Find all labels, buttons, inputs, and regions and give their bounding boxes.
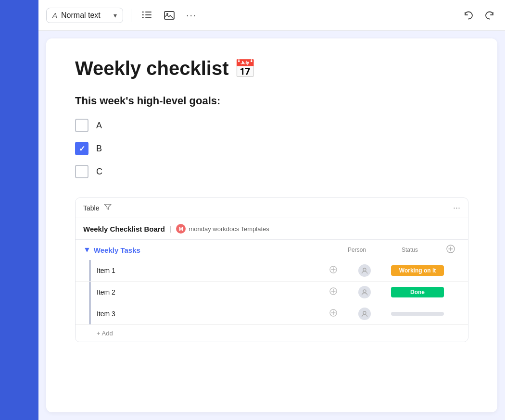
filter-icon[interactable] — [104, 204, 112, 212]
board-header: Weekly Checklist Board | M monday workdo… — [76, 218, 468, 240]
row-name-2: Item 2 — [97, 288, 324, 296]
person-cell-2[interactable] — [343, 286, 386, 298]
more-options-button[interactable]: ··· — [183, 7, 200, 24]
text-style-label: Normal text — [61, 11, 110, 20]
checklist-item-a: A — [75, 119, 468, 132]
status-cell-1[interactable]: Working on it — [386, 263, 449, 278]
person-cell-3[interactable] — [343, 308, 386, 320]
person-icon — [361, 267, 368, 274]
add-subitem-icon-3[interactable] — [324, 309, 343, 319]
title-text: Weekly checklist — [75, 58, 228, 79]
group-chevron-icon[interactable]: ▼ — [83, 246, 91, 254]
list-format-button[interactable] — [139, 8, 155, 23]
status-cell-3[interactable] — [386, 310, 449, 318]
add-col-header[interactable] — [441, 245, 460, 255]
calendar-emoji: 📅 — [234, 59, 256, 79]
table-more-icon[interactable]: ··· — [453, 203, 460, 213]
checkbox-a[interactable] — [75, 119, 88, 132]
checklist-item-b: B — [75, 142, 468, 155]
person-col-header: Person — [335, 247, 379, 253]
row-color-bar — [89, 282, 91, 303]
table-toolbar-left: Table — [83, 204, 112, 212]
undo-redo-group — [461, 8, 497, 23]
table-widget: Table ··· Weekly Checklist Board | — [75, 198, 468, 342]
svg-rect-4 — [142, 17, 144, 18]
status-badge-3 — [391, 312, 444, 316]
person-cell-1[interactable] — [343, 264, 386, 277]
person-avatar-2[interactable] — [358, 286, 371, 298]
table-label: Table — [83, 204, 99, 212]
redo-button[interactable] — [481, 8, 497, 23]
table-row: Item 2 — [76, 282, 468, 303]
row-name-1: Item 1 — [97, 267, 324, 274]
undo-button[interactable] — [461, 8, 477, 23]
status-col-header: Status — [379, 247, 441, 253]
person-icon — [361, 289, 368, 296]
svg-rect-3 — [145, 14, 152, 15]
board-title: Weekly Checklist Board — [83, 225, 165, 233]
svg-rect-0 — [142, 12, 144, 12]
undo-icon — [464, 11, 474, 20]
monday-badge: M monday workdocs Templates — [176, 224, 269, 234]
svg-point-10 — [363, 268, 366, 271]
checklist-label-c: C — [96, 167, 102, 177]
status-badge-2: Done — [391, 287, 444, 297]
monday-logo: M — [176, 224, 186, 234]
monday-source-text: monday workdocs Templates — [189, 225, 269, 233]
svg-point-12 — [363, 290, 366, 293]
image-insert-button[interactable] — [161, 8, 177, 23]
ellipsis-icon: ··· — [186, 10, 197, 21]
text-style-selector[interactable]: A Normal text ▾ — [46, 8, 123, 23]
document-area: Weekly checklist 📅 This week's high-leve… — [46, 38, 497, 412]
person-avatar-1[interactable] — [358, 264, 371, 277]
section-heading: This week's high-level goals: — [75, 95, 468, 107]
table-toolbar: Table ··· — [76, 198, 468, 218]
app-container: A Normal text ▾ — [0, 0, 505, 420]
redo-icon — [484, 11, 494, 20]
board-separator: | — [170, 225, 172, 233]
checkbox-c[interactable] — [75, 165, 88, 178]
status-badge-1: Working on it — [391, 265, 444, 276]
left-sidebar — [0, 0, 38, 420]
document-title: Weekly checklist 📅 — [75, 58, 468, 79]
list-icon — [142, 11, 152, 20]
svg-rect-2 — [142, 14, 144, 15]
image-icon — [164, 11, 175, 20]
row-color-bar — [89, 260, 91, 281]
person-avatar-3[interactable] — [358, 308, 371, 320]
svg-point-14 — [363, 311, 366, 314]
person-icon — [361, 310, 368, 317]
checklist-label-a: A — [96, 121, 102, 131]
svg-rect-5 — [145, 17, 152, 18]
checklist: A B C — [75, 119, 468, 178]
board-body: ▼ Weekly Tasks Person Status — [76, 240, 468, 342]
checklist-item-c: C — [75, 165, 468, 178]
row-color-bar — [89, 303, 91, 324]
group-header-row: ▼ Weekly Tasks Person Status — [76, 240, 468, 260]
group-title: Weekly Tasks — [94, 246, 335, 254]
add-subitem-icon-1[interactable] — [324, 266, 343, 275]
main-content: A Normal text ▾ — [38, 0, 505, 420]
add-row-label: + Add — [97, 330, 113, 337]
toolbar-divider-1 — [131, 9, 131, 22]
checklist-label-b: B — [96, 144, 102, 154]
chevron-down-icon: ▾ — [114, 12, 117, 19]
text-style-a-icon: A — [52, 11, 57, 19]
checkbox-b[interactable] — [75, 142, 88, 155]
add-column-icon — [446, 245, 455, 253]
table-row: Item 1 — [76, 260, 468, 282]
toolbar: A Normal text ▾ — [38, 0, 505, 31]
status-cell-2[interactable]: Done — [386, 285, 449, 299]
add-subitem-icon-2[interactable] — [324, 287, 343, 297]
row-name-3: Item 3 — [97, 310, 324, 318]
table-row: Item 3 — [76, 303, 468, 325]
svg-rect-1 — [145, 12, 152, 12]
add-row-button[interactable]: + Add — [76, 325, 468, 342]
